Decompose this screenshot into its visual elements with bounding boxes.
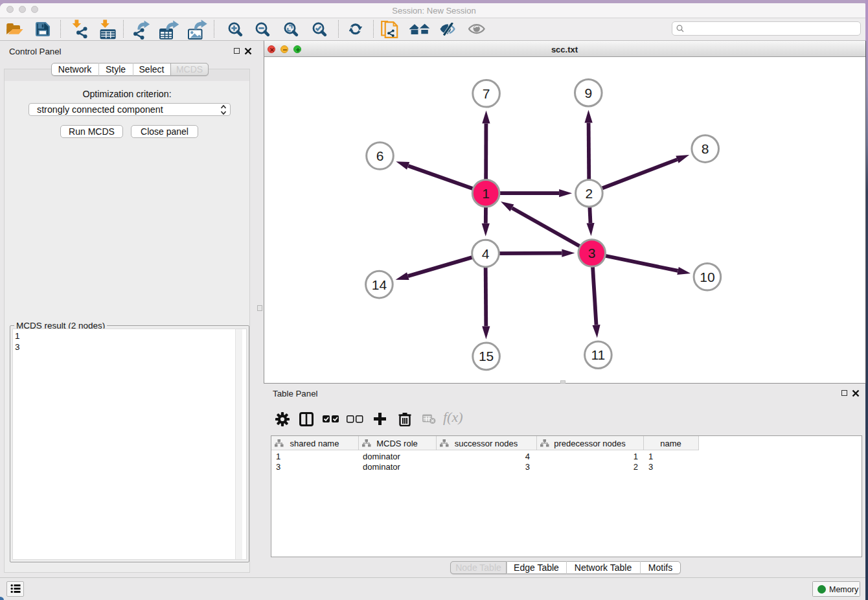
svg-text:f(x): f(x) xyxy=(443,411,463,425)
svg-text:14: 14 xyxy=(372,277,387,292)
svg-text:3: 3 xyxy=(588,246,596,260)
svg-text:15: 15 xyxy=(479,349,494,363)
svg-text:9: 9 xyxy=(584,86,592,100)
svg-text:8: 8 xyxy=(702,141,709,156)
svg-text:2: 2 xyxy=(586,186,593,201)
svg-text:10: 10 xyxy=(700,270,714,284)
svg-text:4: 4 xyxy=(482,246,490,261)
svg-text:6: 6 xyxy=(376,148,384,163)
svg-text:1: 1 xyxy=(482,186,490,201)
svg-text:7: 7 xyxy=(483,86,490,101)
svg-text:11: 11 xyxy=(591,347,605,362)
